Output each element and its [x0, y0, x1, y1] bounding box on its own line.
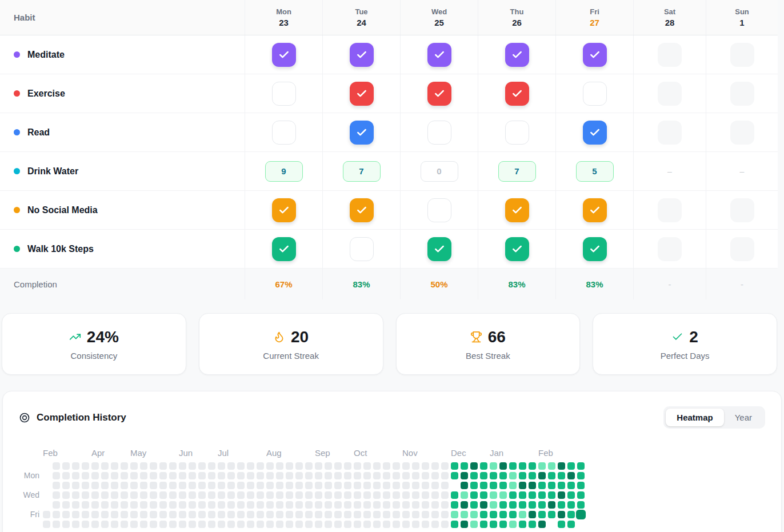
heatmap-cell — [412, 521, 419, 528]
heatmap-week-column — [72, 462, 79, 528]
heatmap-cell — [325, 501, 332, 509]
heatmap-cell — [53, 482, 60, 489]
habit-row-walk-10k-steps: Walk 10k Steps — [0, 230, 778, 269]
heatmap-cell — [402, 511, 410, 518]
habit-label-cell: Walk 10k Steps — [0, 230, 245, 268]
habit-day-cell — [478, 191, 555, 229]
heatmap-month-label: Feb — [538, 448, 553, 458]
heatmap-cell — [227, 472, 235, 479]
water-count-input[interactable] — [265, 161, 303, 182]
habit-day-cell — [478, 35, 555, 74]
habit-checkbox-checked[interactable] — [505, 237, 529, 261]
habit-day-cell — [400, 35, 478, 74]
habit-checkbox-checked[interactable] — [272, 198, 296, 222]
habit-checkbox-unchecked[interactable] — [272, 121, 296, 145]
heatmap-cell — [577, 462, 585, 470]
heatmap-week-column — [305, 462, 313, 528]
habit-checkbox-checked[interactable] — [427, 82, 451, 106]
habit-checkbox-checked[interactable] — [505, 82, 529, 106]
heatmap-cell — [558, 491, 565, 499]
toggle-heatmap[interactable]: Heatmap — [666, 409, 723, 426]
day-name: Mon — [276, 7, 291, 16]
water-count-input[interactable] — [343, 161, 381, 182]
habit-checkbox-checked[interactable] — [427, 43, 451, 67]
heatmap-cell — [43, 521, 50, 528]
heatmap-cell — [354, 491, 361, 499]
heatmap-week-column — [227, 462, 235, 528]
heatmap-cell — [72, 491, 79, 499]
heatmap-cell — [257, 521, 264, 528]
habit-checkbox-checked[interactable] — [272, 237, 296, 261]
heatmap-cell — [334, 511, 342, 518]
heatmap-cell — [344, 491, 351, 499]
heatmap-cell — [567, 482, 575, 489]
heatmap-cell — [286, 482, 293, 489]
habit-checkbox-checked[interactable] — [427, 237, 451, 261]
habit-checkbox-unchecked[interactable] — [427, 121, 451, 145]
habit-checkbox-checked[interactable] — [272, 43, 296, 67]
heatmap-cell — [334, 501, 342, 509]
habit-color-dot — [14, 207, 20, 213]
water-count-input[interactable] — [498, 161, 536, 182]
habit-checkbox-checked[interactable] — [350, 121, 374, 145]
heatmap-cell — [567, 472, 575, 479]
heatmap-cell — [189, 521, 196, 528]
heatmap-cell — [276, 472, 283, 479]
habit-checkbox-checked[interactable] — [583, 237, 607, 261]
heatmap-cell — [189, 482, 196, 489]
stat-label: Consistency — [71, 351, 118, 361]
habit-checkbox-checked[interactable] — [350, 82, 374, 106]
toggle-year[interactable]: Year — [724, 409, 763, 426]
stat-card-best-streak: 66Best Streak — [396, 313, 581, 375]
heatmap-cell — [62, 472, 70, 479]
heatmap-cell — [208, 472, 215, 479]
habit-color-dot — [14, 51, 20, 58]
heatmap-cell — [373, 472, 381, 479]
water-count-input[interactable] — [576, 161, 614, 182]
habit-checkbox-disabled — [730, 43, 754, 67]
heatmap-cell — [218, 501, 225, 509]
heatmap-cell — [101, 501, 109, 509]
completion-row: Completion67%83%50%83%83%-- — [0, 269, 778, 299]
heatmap-cell — [519, 462, 526, 470]
heatmap-cell — [169, 472, 177, 479]
habit-checkbox-checked[interactable] — [505, 43, 529, 67]
heatmap-cell — [140, 482, 147, 489]
heatmap-cell — [159, 462, 167, 470]
heatmap-cell — [295, 521, 303, 528]
habit-checkbox-unchecked[interactable] — [583, 82, 607, 106]
heatmap-cell — [344, 511, 351, 518]
heatmap-week-column — [208, 462, 215, 528]
heatmap-cell — [431, 501, 439, 509]
habit-checkbox-checked[interactable] — [505, 198, 529, 222]
heatmap-cell — [480, 501, 487, 509]
heatmap-cell — [305, 501, 313, 509]
habit-checkbox-checked[interactable] — [583, 198, 607, 222]
heatmap-cell — [53, 521, 60, 528]
heatmap-cell — [111, 511, 118, 518]
heatmap-cell — [344, 462, 351, 470]
habit-checkbox-unchecked[interactable] — [505, 121, 529, 145]
habit-checkbox-checked[interactable] — [350, 198, 374, 222]
habit-checkbox-unchecked[interactable] — [272, 82, 296, 106]
heatmap-cell — [130, 472, 138, 479]
completion-cell: - — [706, 269, 778, 299]
heatmap-week-column — [499, 462, 507, 528]
heatmap-cell — [247, 462, 254, 470]
heatmap-week-column — [247, 462, 254, 528]
heatmap-week-column — [461, 462, 468, 528]
habit-checkbox-checked[interactable] — [350, 43, 374, 67]
heatmap-cell — [140, 521, 147, 528]
heatmap-cell — [295, 491, 303, 499]
heatmap-cell — [383, 491, 390, 499]
habit-checkbox-checked[interactable] — [583, 121, 607, 145]
heatmap-cell — [558, 472, 565, 479]
heatmap-cell — [383, 472, 390, 479]
heatmap-cell — [441, 491, 449, 499]
habit-checkbox-unchecked[interactable] — [427, 198, 451, 222]
habit-checkbox-checked[interactable] — [583, 43, 607, 67]
habit-checkbox-unchecked[interactable] — [350, 237, 374, 261]
heatmap-cell — [354, 521, 361, 528]
habit-day-cell — [478, 113, 555, 151]
water-count-input[interactable] — [421, 161, 458, 182]
